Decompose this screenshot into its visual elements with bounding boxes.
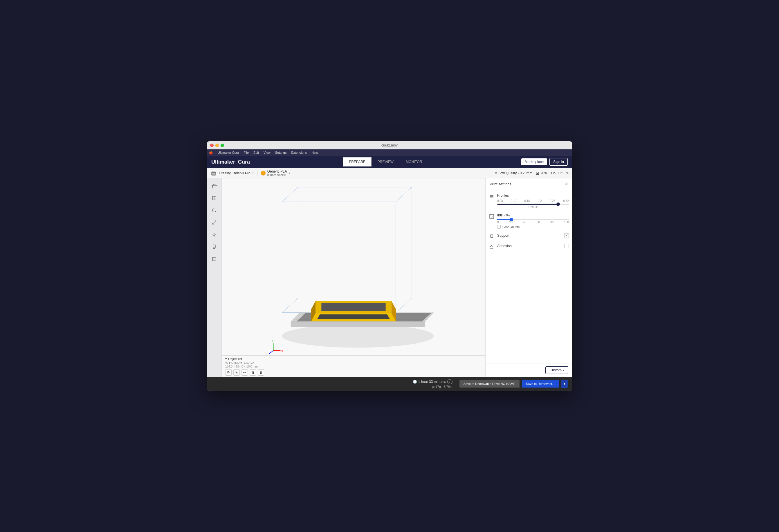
svg-line-7 bbox=[213, 221, 216, 224]
infill-setting: Infill (%) 020406080100 Gradual infill bbox=[489, 213, 569, 228]
support-button[interactable] bbox=[209, 242, 220, 252]
profiles-body: Profiles 0.080.120.160.20.280.32 Default bbox=[497, 194, 569, 209]
material-details: Generic PLA 0.4mm Nozzle bbox=[267, 170, 287, 177]
menu-item-file[interactable]: File bbox=[243, 151, 249, 154]
infill-selector[interactable]: ⊠ 20% bbox=[536, 171, 547, 176]
printer-chevron-icon: ▾ bbox=[252, 172, 254, 175]
profiles-setting: Profiles 0.080.120.160.20.280.32 Default bbox=[489, 194, 569, 209]
quality-settings: ≡ Low Quality - 0.28mm ⊠ 20% On Off ✎ bbox=[495, 171, 569, 176]
adhesion-setting: Adhesion bbox=[489, 244, 569, 250]
adhesion-body: Adhesion bbox=[497, 244, 569, 248]
signin-button[interactable]: Sign in bbox=[549, 158, 568, 165]
support-off-label: Off bbox=[558, 171, 562, 175]
support-checkbox[interactable]: ✓ bbox=[564, 233, 569, 238]
gradual-infill-row[interactable]: Gradual infill bbox=[497, 225, 569, 228]
infill-body: Infill (%) 020406080100 Gradual infill bbox=[497, 213, 569, 228]
save-dropdown-button[interactable]: ▾ bbox=[561, 380, 568, 388]
menu-item-settings[interactable]: Settings bbox=[275, 151, 287, 154]
view-home-button[interactable] bbox=[209, 181, 220, 191]
support-toggle[interactable]: On Off bbox=[551, 171, 562, 175]
menu-item-view[interactable]: View bbox=[263, 151, 271, 154]
main-window: cura2.mov 🍎 Ultimaker Cura File Edit Vie… bbox=[207, 141, 572, 391]
infill-icon: ⊠ bbox=[536, 171, 539, 176]
menu-item-cura[interactable]: Ultimaker Cura bbox=[218, 151, 239, 154]
list-label: Object list bbox=[228, 357, 242, 360]
save-material: ▦ 17g · 5.79m bbox=[432, 385, 453, 389]
infill-thumb[interactable] bbox=[510, 218, 513, 221]
support-setting: Support ✓ bbox=[489, 233, 569, 239]
3d-scene: X Z Y bbox=[222, 179, 485, 377]
material-selector[interactable]: ! Generic PLA 0.4mm Nozzle ▾ bbox=[261, 170, 290, 177]
svg-line-18 bbox=[282, 187, 298, 202]
save-drive-button[interactable]: Save to Removable Drive NO NAME bbox=[460, 380, 520, 388]
svg-rect-24 bbox=[291, 321, 425, 327]
rotate-button[interactable] bbox=[209, 205, 220, 215]
toolbar: Creality Ender-3 Pro ▾ ! Generic PLA 0.4… bbox=[207, 168, 572, 179]
printer-selector[interactable]: Creality Ender-3 Pro ▾ bbox=[210, 170, 254, 177]
close-button[interactable] bbox=[210, 144, 214, 147]
save-info: 🕐 1 hour 33 minutes i ▦ 17g · 5.79m bbox=[413, 379, 453, 389]
slice-button[interactable] bbox=[209, 254, 220, 264]
quality-value: Low Quality - 0.28mm bbox=[498, 171, 532, 175]
profile-slider-track[interactable] bbox=[497, 204, 569, 205]
menu-apple[interactable]: 🍎 bbox=[209, 151, 213, 155]
tab-preview[interactable]: PREVIEW bbox=[371, 157, 400, 167]
edit-icon[interactable]: ✎ bbox=[566, 171, 569, 175]
tool-mirror[interactable]: ⇔ bbox=[241, 369, 248, 376]
menu-item-help[interactable]: Help bbox=[311, 151, 318, 154]
scale-button[interactable] bbox=[209, 217, 220, 228]
tool-merge[interactable]: ⊕ bbox=[258, 369, 264, 376]
object-list-bar: ▾ Object list ✎ CE3PRO_Frame1 184.0 × 18… bbox=[222, 355, 485, 377]
material-name: Generic PLA bbox=[267, 170, 287, 174]
tab-prepare[interactable]: PREPARE bbox=[343, 157, 371, 167]
profile-thumb[interactable] bbox=[556, 202, 560, 206]
support-row: Support ✓ bbox=[497, 233, 569, 238]
view-front-button[interactable] bbox=[209, 193, 220, 203]
tool-scale[interactable]: ⤡ bbox=[233, 369, 240, 376]
clock-icon: 🕐 bbox=[413, 380, 417, 384]
infill-fill bbox=[497, 219, 512, 220]
support-setting-icon bbox=[489, 234, 494, 239]
app-header: Ultimaker Cura PREPARE PREVIEW MONITOR M… bbox=[207, 156, 572, 168]
gradual-infill-checkbox[interactable] bbox=[497, 225, 501, 228]
material-amount: 17g · 5.79m bbox=[436, 385, 453, 388]
svg-rect-17 bbox=[298, 187, 412, 298]
adhesion-icon bbox=[489, 244, 494, 250]
infill-value: 20% bbox=[540, 171, 547, 175]
logo-first: Ultimaker bbox=[211, 159, 235, 165]
menu-item-edit[interactable]: Edit bbox=[253, 151, 259, 154]
object-name: CE3PRO_Frame1 bbox=[229, 361, 255, 365]
svg-text:Z: Z bbox=[272, 340, 274, 343]
tab-monitor[interactable]: MONITOR bbox=[400, 157, 428, 167]
custom-button[interactable]: Custom › bbox=[545, 367, 568, 374]
infill-slider-track[interactable] bbox=[497, 219, 569, 220]
title-bar: cura2.mov bbox=[207, 141, 572, 149]
svg-line-21 bbox=[282, 298, 298, 313]
divider-1 bbox=[257, 170, 257, 176]
info-icon[interactable]: i bbox=[447, 379, 453, 384]
panel-footer: Custom › bbox=[486, 363, 572, 377]
panel-close-button[interactable]: ✕ bbox=[564, 181, 568, 187]
material-badge: ! bbox=[261, 171, 265, 176]
marketplace-button[interactable]: Marketplace bbox=[521, 158, 547, 165]
save-removable-button[interactable]: Save to Removabl... bbox=[522, 380, 559, 388]
quality-selector[interactable]: ≡ Low Quality - 0.28mm bbox=[495, 171, 532, 176]
maximize-button[interactable] bbox=[221, 144, 224, 147]
tool-rotate[interactable]: ⟳ bbox=[225, 369, 232, 376]
window-title: cura2.mov bbox=[381, 143, 398, 147]
panel-header: Print settings ✕ bbox=[486, 179, 572, 190]
mirror-button[interactable] bbox=[209, 229, 220, 240]
save-time: 🕐 1 hour 33 minutes i bbox=[413, 379, 453, 384]
panel-title: Print settings bbox=[490, 182, 512, 186]
viewport[interactable]: X Z Y ▾ Object list ✎ CE3PRO_Frame1 184.… bbox=[222, 179, 485, 377]
material-icon: ▦ bbox=[432, 385, 434, 389]
object-list-title[interactable]: ▾ Object list bbox=[225, 357, 482, 360]
adhesion-checkbox[interactable] bbox=[564, 244, 569, 248]
support-label: Support bbox=[497, 234, 510, 238]
menu-item-extensions[interactable]: Extensions bbox=[291, 151, 307, 154]
menu-bar: 🍎 Ultimaker Cura File Edit View Settings… bbox=[207, 149, 572, 156]
adhesion-label: Adhesion bbox=[497, 244, 512, 248]
tool-delete[interactable]: 🗑 bbox=[250, 369, 256, 376]
minimize-button[interactable] bbox=[215, 144, 219, 147]
infill-marks: 020406080100 bbox=[497, 221, 569, 224]
